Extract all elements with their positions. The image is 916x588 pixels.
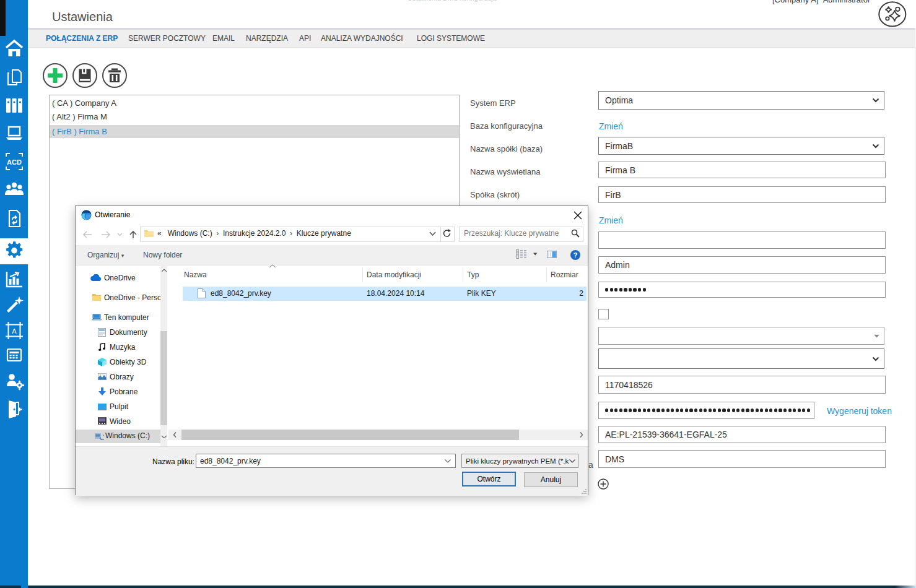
svg-text:A: A: [12, 327, 17, 335]
svg-text:?: ?: [574, 251, 578, 259]
svg-text:ACD: ACD: [7, 158, 22, 166]
